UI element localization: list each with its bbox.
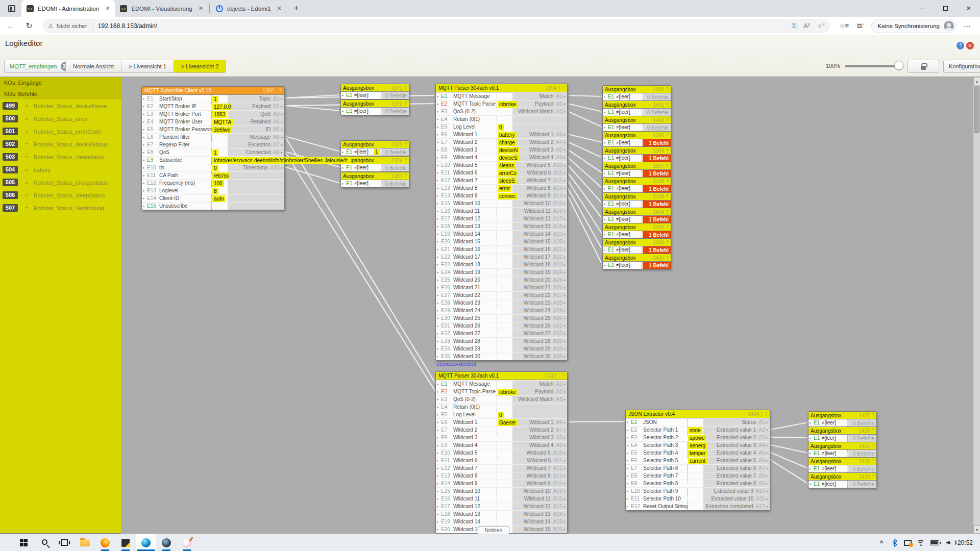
- outputbox-help-icon[interactable]: ?: [871, 413, 874, 418]
- block-row[interactable]: ▸E3QoS (0-2)Wildcard MatchA3▸: [436, 108, 567, 115]
- page-close-icon[interactable]: ✕: [966, 42, 974, 49]
- sidebar-ko-item[interactable]: 503=Roboter_Status_cleanstatus: [0, 151, 121, 163]
- block-row[interactable]: ▸E34Wildcard 29Wildcard 29A34▸: [436, 345, 567, 353]
- input-value[interactable]: 1: [212, 96, 218, 103]
- block-row[interactable]: ▸E2MQTT Topic ParsePayloadA2▸iobroke: [436, 388, 567, 395]
- zoom-slider-track[interactable]: [845, 65, 900, 67]
- outputbox-input-row[interactable]: ▸E1≠[leer]1 Befehl: [603, 170, 671, 177]
- outputbox-input-row[interactable]: ▸E1≠[leer]0 Befehle: [341, 164, 409, 171]
- input-value[interactable]: current: [688, 458, 707, 464]
- outputbox-1395[interactable]: Ausgangsbox1395?▸E1≠[leer]1 Befehl: [602, 131, 671, 147]
- outputbox-header[interactable]: Ausgangsbox1428?: [808, 458, 876, 465]
- taskbar-search-icon[interactable]: [34, 534, 54, 551]
- maximize-button[interactable]: [934, 0, 957, 17]
- block-row[interactable]: ▸E12Wildcard 7Wildcard 7A12▸sleepS: [436, 177, 567, 184]
- logic-page-tab[interactable]: MQTT_empfangen 39: [4, 60, 74, 73]
- outputbox-help-icon[interactable]: ?: [666, 209, 669, 215]
- outputbox-1429[interactable]: Ausgangsbox1429?▸E1≠[leer]0 Befehle: [808, 472, 877, 488]
- input-value[interactable]: cleans: [498, 162, 516, 169]
- outputbox-header[interactable]: Ausgangsbox1372?: [341, 100, 409, 108]
- outputbox-header[interactable]: Ausgangsbox1371?: [341, 84, 409, 92]
- block-row[interactable]: ▸E13Wildcard 8Wildcard 8A13▸: [436, 472, 567, 480]
- block-row[interactable]: ▸E6Wildcard 1Wildcard 1A6▸Gaeste: [436, 418, 567, 426]
- block-row[interactable]: ▸E4Selector Path 3Extracted value 3A4▸ae…: [626, 441, 770, 449]
- input-value[interactable]: Gaeste: [498, 419, 517, 426]
- outputbox-help-icon[interactable]: ?: [666, 255, 669, 261]
- outputbox-1425[interactable]: Ausgangsbox1425?▸E1≠[leer]0 Befehle: [808, 411, 877, 427]
- block-row[interactable]: ▸E5Log Level0: [436, 123, 567, 131]
- tab-close-icon[interactable]: ✕: [105, 5, 110, 12]
- block-row[interactable]: ▸E1MQTT MessageMatchA1▸: [436, 380, 567, 388]
- block-header[interactable]: MQTT Parser 30-fach v0.11410?: [436, 372, 567, 380]
- block-row[interactable]: ▸E10Wildcard 5Wildcard 5A10▸: [436, 449, 567, 457]
- outputbox-help-icon[interactable]: ?: [666, 179, 669, 184]
- outputbox-header[interactable]: Ausgangsbox1395?: [603, 132, 671, 139]
- lock-button[interactable]: [908, 60, 939, 73]
- taskbar-start-icon[interactable]: [13, 534, 34, 551]
- input-value[interactable]: 0: [498, 412, 504, 418]
- block-row[interactable]: ▸E9Subscribeiobroker/ecovacs-deebot/info…: [142, 156, 284, 164]
- outputbox-input-row[interactable]: ▸E1≠[leer]1 Befehl: [603, 139, 671, 146]
- input-value[interactable]: aenerg: [688, 442, 707, 449]
- input-value[interactable]: MQTTA: [212, 119, 233, 126]
- block-row[interactable]: ▸E20Wildcard 15Wildcard 15A20▸: [436, 238, 567, 245]
- outputbox-header[interactable]: Ausgangsbox1406?: [603, 239, 671, 246]
- outputbox-input-row[interactable]: ▸E1≠[leer]0 Befehle: [808, 419, 876, 427]
- scroll-up-arrow[interactable]: ▲: [973, 77, 980, 85]
- block-row[interactable]: ▸E19Wildcard 14Wildcard 14A19▸: [436, 230, 567, 238]
- taskbar-file-explorer-icon[interactable]: [75, 534, 95, 551]
- outputbox-input-row[interactable]: ▸E1≠[leer]0 Befehle: [808, 435, 876, 442]
- input-value[interactable]: iobroker/ecovacs-deebot/info/#|iobroker/…: [212, 157, 351, 164]
- block-row[interactable]: ▸E27Wildcard 22Wildcard 22A27▸: [436, 291, 567, 299]
- block-row[interactable]: ▸E6Plaintext filterMessageA6▸: [142, 133, 284, 141]
- outputbox-input-row[interactable]: ▸E1≠[leer]1 Befehl: [603, 262, 671, 269]
- profile-button[interactable]: Keine Synchronisierung: [871, 19, 957, 33]
- block-row[interactable]: ▸E1JSONStatusA1▸: [626, 418, 770, 426]
- outputbox-input-row[interactable]: ▸E1≠[leer]0 Befehle: [603, 109, 671, 116]
- block-row[interactable]: ▸E4Retain (0|1): [436, 403, 567, 411]
- sidebar-ko-item[interactable]: 502=Roboter_Status_deviceStatus: [0, 138, 121, 151]
- outputbox-header[interactable]: Ausgangsbox1404?: [603, 208, 671, 216]
- volume-icon[interactable]: [941, 534, 954, 551]
- block-row[interactable]: ▸E7Regexp FilterExceptionA7▸: [142, 141, 284, 148]
- block-row[interactable]: ▸E31Wildcard 26Wildcard 26A31▸: [436, 322, 567, 330]
- block-row[interactable]: ▸E10Wildcard 5Wildcard 5A10▸cleans: [436, 161, 567, 169]
- outputbox-header[interactable]: Ausgangsbox1400?: [603, 86, 671, 93]
- outputbox-1398[interactable]: Ausgangsbox1398?▸E1≠[leer]1 Befehl: [602, 177, 671, 193]
- notes-tab[interactable]: Notizen: [478, 527, 509, 534]
- taskbar-firefox-icon[interactable]: [95, 534, 115, 551]
- outputbox-input-row[interactable]: ▸E1≠[leer]0 Befehle: [808, 465, 876, 472]
- input-value[interactable]: 100: [212, 180, 224, 187]
- block-row[interactable]: ▸E9Selector Path 8Extracted value 8A9▸: [626, 480, 770, 487]
- block-row[interactable]: ▸E21Wildcard 16Wildcard 16A21▸: [436, 245, 567, 253]
- browser-tab[interactable]: EDOMI - Administration✕: [21, 0, 115, 17]
- block-row[interactable]: ▸E1MQTT MessageMatchA1▸: [436, 92, 567, 100]
- outputbox-1380[interactable]: Ausgangsbox1380?▸E1≠[leer]0 Befehle: [340, 172, 409, 188]
- block-row[interactable]: ▸E13Loglevel8: [142, 187, 284, 194]
- sidebar-section-header[interactable]: KOs: Befehle: [0, 88, 121, 99]
- input-value[interactable]: 1: [374, 149, 380, 155]
- block-help-icon[interactable]: ?: [279, 88, 282, 93]
- outputbox-help-icon[interactable]: ?: [666, 102, 669, 108]
- block-row[interactable]: ▸E7Wildcard 2Wildcard 2A7▸: [436, 426, 567, 434]
- input-value[interactable]: 127.0.0: [212, 104, 232, 110]
- block-row[interactable]: ▸E8Wildcard 3Wildcard 3A8▸: [436, 434, 567, 441]
- block-row[interactable]: ▸E7Selector Path 6Extracted value 6A7▸: [626, 464, 770, 472]
- block-row[interactable]: ▸E4MQTT Broker UserRetainedA4▸MQTTA: [142, 118, 284, 126]
- outputbox-header[interactable]: Ausgangsbox1378?: [341, 141, 409, 148]
- block-row[interactable]: ▸E17Wildcard 12Wildcard 12A17▸: [436, 503, 567, 510]
- sidebar-ko-item[interactable]: 500=Roboter_Status_error: [0, 112, 121, 125]
- block-row[interactable]: ▸E11Wildcard 6Wildcard 6A11▸: [436, 457, 567, 464]
- input-value[interactable]: iobroke: [498, 101, 518, 108]
- block-row[interactable]: ▸E11CA Path/etc/ss: [142, 171, 284, 179]
- block-row[interactable]: ▸E28Wildcard 23Wildcard 23A28▸: [436, 299, 567, 307]
- block-row[interactable]: ▸E2MQTT Topic ParsePayloadA2▸iobroke: [436, 100, 567, 108]
- input-value[interactable]: charge: [498, 139, 517, 146]
- outputbox-header[interactable]: Ausgangsbox1425?: [808, 412, 876, 419]
- block-row[interactable]: ▸E3Selector Path 2Extracted value 2A3▸ap…: [626, 434, 770, 441]
- block-row[interactable]: ▸E10tlsTimestampA10▸0: [142, 164, 284, 171]
- sidebar-ko-item[interactable]: 501=Roboter_Status_errorCode: [0, 125, 121, 138]
- outputbox-input-row[interactable]: ▸E1≠[leer]1 Befehl: [603, 201, 671, 208]
- block-row[interactable]: ▸E12Frequency (ms)100: [142, 179, 284, 187]
- tab-close-icon[interactable]: ✕: [199, 5, 203, 12]
